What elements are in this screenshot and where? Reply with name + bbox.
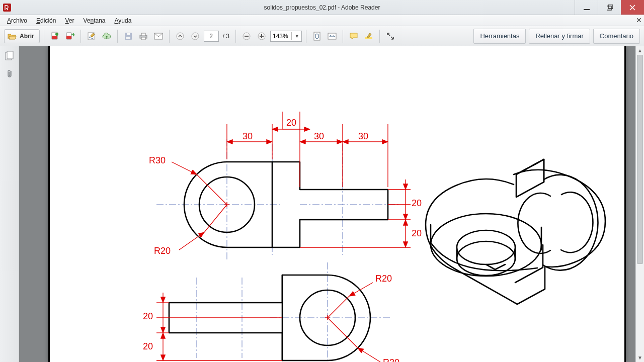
menu-ventana[interactable]: Ventana	[79, 16, 109, 25]
zoom-in-button[interactable]	[255, 30, 268, 43]
menu-ayuda[interactable]: Ayuda	[110, 16, 135, 25]
page-number-input[interactable]	[204, 31, 219, 42]
svg-rect-8	[66, 36, 71, 39]
separator	[80, 30, 81, 43]
svg-line-60	[204, 205, 227, 232]
print-button[interactable]	[137, 30, 150, 43]
app-icon	[3, 4, 11, 12]
dim-bot-h1: 20	[143, 311, 153, 321]
separator	[44, 30, 44, 43]
dim-top-3: 30	[314, 131, 324, 141]
save-button[interactable]	[122, 30, 135, 43]
dim-top-r30: R30	[149, 155, 166, 165]
toolbar: Abrir / 3 143% ▼ Herramientas Rellenar y…	[0, 26, 644, 46]
svg-rect-3	[608, 5, 613, 9]
zoom-select[interactable]: 143% ▼	[270, 31, 302, 42]
scroll-up-button[interactable]: ▲	[636, 46, 644, 55]
dim-bot-r20: R20	[375, 274, 392, 284]
dim-top-h1: 20	[412, 198, 422, 208]
folder-open-icon	[8, 32, 17, 40]
chevron-down-icon: ▼	[295, 34, 299, 39]
create-pdf-button[interactable]	[48, 30, 61, 43]
svg-line-81	[328, 318, 358, 348]
zoom-value: 143%	[273, 33, 288, 40]
svg-point-17	[177, 33, 184, 40]
svg-rect-14	[141, 33, 145, 36]
menu-ver[interactable]: Ver	[61, 16, 78, 25]
workspace: 30 20 30 30	[0, 46, 644, 362]
svg-rect-2	[607, 6, 611, 10]
attachments-button[interactable]	[4, 68, 15, 79]
svg-line-61	[179, 232, 204, 250]
separator	[235, 30, 236, 43]
scroll-down-button[interactable]: ▼	[636, 353, 644, 362]
separator	[117, 30, 118, 43]
svg-rect-5	[52, 36, 57, 39]
comment-panel-button[interactable]: Comentario	[593, 29, 640, 44]
pdf-page: 30 20 30 30	[48, 46, 626, 362]
separator	[343, 30, 343, 43]
window-title: solidos_propuestos_02.pdf - Adobe Reader	[0, 4, 644, 11]
menu-edicion[interactable]: Edición	[32, 16, 60, 25]
svg-rect-28	[7, 51, 13, 59]
svg-rect-0	[3, 4, 11, 12]
dim-bot-r30: R30	[383, 357, 399, 362]
dim-top-4: 30	[358, 131, 368, 141]
svg-line-82	[358, 348, 380, 362]
separator	[306, 30, 306, 43]
close-button[interactable]	[621, 0, 644, 15]
scroll-track[interactable]	[636, 55, 644, 353]
cloud-button[interactable]	[100, 30, 113, 43]
svg-point-18	[192, 33, 199, 40]
separator	[169, 30, 170, 43]
svg-point-6	[55, 33, 58, 36]
sign-button[interactable]	[85, 30, 98, 43]
zoom-out-button[interactable]	[240, 30, 253, 43]
fit-width-button[interactable]	[326, 30, 339, 43]
navigation-sidebar	[0, 46, 19, 362]
read-mode-button[interactable]	[384, 30, 397, 43]
open-label: Abrir	[20, 33, 34, 40]
svg-rect-23	[261, 34, 262, 38]
svg-rect-12	[127, 33, 130, 35]
isometric-view	[426, 159, 605, 304]
open-button[interactable]: Abrir	[4, 29, 40, 43]
technical-drawing: 30 20 30 30	[48, 46, 626, 362]
svg-rect-20	[245, 36, 249, 37]
export-pdf-button[interactable]	[63, 30, 76, 43]
maximize-button[interactable]	[598, 0, 621, 15]
menubar: Archivo Edición Ver Ventana Ayuda	[0, 15, 644, 26]
svg-line-59	[172, 162, 197, 174]
svg-rect-1	[584, 9, 590, 10]
svg-line-58	[197, 174, 227, 205]
comment-bubble-button[interactable]	[347, 30, 360, 43]
vertical-scrollbar[interactable]: ▲ ▼	[635, 46, 644, 362]
separator	[379, 30, 380, 43]
page-up-button[interactable]	[174, 30, 187, 43]
document-close-button[interactable]: ✕	[636, 16, 642, 24]
svg-line-79	[328, 296, 349, 318]
dim-bot-h2: 20	[143, 341, 153, 351]
dim-top-r20: R20	[154, 246, 171, 256]
tools-panel-button[interactable]: Herramientas	[473, 29, 526, 44]
menu-archivo[interactable]: Archivo	[3, 16, 31, 25]
highlight-button[interactable]	[362, 30, 375, 43]
dim-top-2: 20	[286, 118, 296, 128]
email-button[interactable]	[152, 30, 165, 43]
svg-rect-11	[126, 37, 130, 39]
titlebar: solidos_propuestos_02.pdf - Adobe Reader	[0, 0, 644, 15]
svg-point-84	[457, 230, 515, 264]
fill-sign-panel-button[interactable]: Rellenar y firmar	[529, 29, 590, 44]
dim-top-h2: 20	[412, 228, 422, 238]
svg-rect-15	[141, 37, 145, 40]
document-viewport[interactable]: 30 20 30 30	[19, 46, 644, 362]
page-down-button[interactable]	[189, 30, 202, 43]
thumbnails-button[interactable]	[4, 50, 15, 61]
minimize-button[interactable]	[575, 0, 598, 15]
page-total-label: / 3	[221, 33, 231, 40]
svg-line-80	[349, 283, 373, 296]
scroll-thumb[interactable]	[637, 55, 643, 264]
fit-page-button[interactable]	[310, 30, 324, 43]
dim-top-1: 30	[243, 131, 253, 141]
